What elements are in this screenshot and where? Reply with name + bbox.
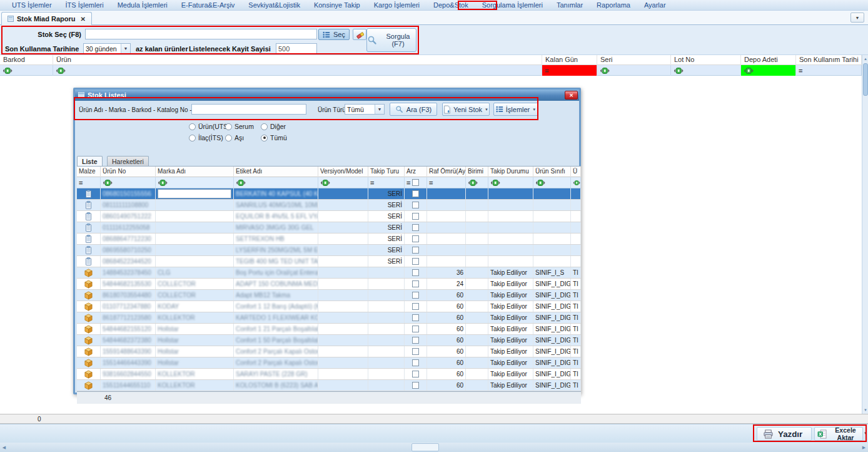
sorgula-button[interactable]: Sorgula (F7) <box>366 28 416 52</box>
inline-editor[interactable] <box>158 189 231 198</box>
kayit-sayisi-input[interactable] <box>276 43 317 54</box>
arz-checkbox[interactable] <box>412 303 419 310</box>
filter-cell-kalan-g-n[interactable]: = <box>542 65 597 76</box>
horizontal-scrollbar[interactable]: ◀ ▶ <box>0 443 868 452</box>
column-header-marka-ad[interactable]: Marka Adı <box>156 167 234 177</box>
menu-item-ayarlar[interactable]: Ayarlar <box>637 1 673 10</box>
column-header-malze[interactable]: Malze <box>77 167 101 177</box>
table-row[interactable]: 15591488643390HollstarConfort 2 Parçalı … <box>77 346 581 357</box>
filter-cell-versiyon-model[interactable] <box>318 177 368 188</box>
arz-checkbox[interactable] <box>412 359 419 366</box>
menu-item-sorgulama-i-lemleri[interactable]: Sorgulama İşlemleri <box>475 1 550 10</box>
horizontal-scrollbar-thumb[interactable] <box>411 443 439 451</box>
son-kullanma-select[interactable]: 30 günden ▼ <box>83 43 131 54</box>
column-header-versiyon-model[interactable]: Versiyon/Model <box>318 167 368 177</box>
islemler-button[interactable]: İşlemler ▼ <box>493 103 538 116</box>
arz-checkbox[interactable] <box>412 371 419 378</box>
filter-cell-depo-adeti[interactable] <box>741 65 796 76</box>
dialog-search-input[interactable] <box>191 104 306 115</box>
menu-item-kargo-i-lemleri[interactable]: Kargo İşlemleri <box>367 1 426 10</box>
scroll-right-icon[interactable]: ▶ <box>860 443 868 452</box>
scroll-down-icon[interactable]: ▼ <box>862 406 868 414</box>
arz-checkbox[interactable] <box>412 269 419 276</box>
menu-item-e-fatura-e-ar-iv[interactable]: E-Fatura&E-Arşiv <box>174 1 242 10</box>
filter-cell-seri[interactable] <box>597 65 671 76</box>
column-header-r-n-s-n-f[interactable]: Ürün Sınıfı <box>533 167 571 177</box>
table-row[interactable]: 08688647712230SETTREXON HBSERİ <box>77 234 581 245</box>
column-header-barkod[interactable]: Barkod <box>0 55 53 65</box>
column-header-seri[interactable]: Seri <box>597 55 671 65</box>
column-header-takip-durumu[interactable]: Takip Durumu <box>488 167 533 177</box>
table-row[interactable]: 86187712123580KOLLEKTORKARTEDO 1 FLEXIWE… <box>77 312 581 324</box>
filter-cell-raf-mr-ay[interactable]: = <box>427 177 466 188</box>
table-row[interactable]: 54844682155120HollstarConfort 1 21 Parça… <box>77 324 581 335</box>
tab-stok-miad-raporu[interactable]: Stok Miad Raporu ✕ <box>1 12 92 25</box>
menu-item-raporlama[interactable]: Raporlama <box>590 1 637 10</box>
yeni-stok-button[interactable]: Yeni Stok ▼ <box>442 103 490 116</box>
table-row[interactable]: 01107712347880KODAYConfort 1 12 Barış (A… <box>77 301 581 312</box>
table-row[interactable]: 15511644655110KOLLEKTORKOLOSTOMI B (6223… <box>77 380 581 391</box>
tab-list-dropdown-button[interactable]: ▼ <box>850 13 864 23</box>
menu-item-konsinye-takip[interactable]: Konsinye Takip <box>307 1 367 10</box>
dialog-title-bar[interactable]: Stok Listesi <box>75 90 579 101</box>
arz-checkbox[interactable] <box>412 337 419 344</box>
table-row[interactable]: 15514466443390HollstarConfort 2 Parçalı … <box>77 357 581 369</box>
column-header-r-n[interactable]: Ürün <box>53 55 542 65</box>
filter-cell-malze[interactable]: = <box>77 177 101 188</box>
arz-checkbox[interactable] <box>412 314 419 321</box>
menu-item-tan-mlar[interactable]: Tanımlar <box>550 1 590 10</box>
menu-item-sevkiyat-lojistik[interactable]: Sevkiyat&Lojistik <box>241 1 307 10</box>
table-row[interactable]: 08695580710250LYSERFIN 250MG/2ML 5M ENJE… <box>77 245 581 256</box>
filter-cell-marka-ad[interactable] <box>156 177 234 188</box>
radio-i-la-i-ts[interactable]: İlaç(İTS) <box>189 134 223 141</box>
column-header-kalan-g-n[interactable]: Kalan Gün <box>542 55 597 65</box>
arz-checkbox[interactable] <box>412 326 419 332</box>
arz-checkbox[interactable] <box>412 280 419 287</box>
radio-t-m[interactable]: Tümü <box>261 134 287 141</box>
excele-aktar-dropdown-icon[interactable]: ▼ <box>864 431 867 435</box>
radio-di-er[interactable]: Diğer <box>261 123 286 130</box>
filter-cell-etiket-ad[interactable] <box>234 177 318 188</box>
sec-button[interactable]: Seç <box>318 29 350 40</box>
column-header-r-n-no[interactable]: Ürün No <box>101 167 156 177</box>
dialog-close-button[interactable]: ✕ <box>565 91 578 100</box>
scroll-left-icon[interactable]: ◀ <box>0 443 8 452</box>
yazdir-button[interactable]: Yazdır <box>757 427 812 441</box>
arz-checkbox[interactable] <box>412 292 419 299</box>
table-row[interactable]: 86180703554480COLLECTORAdapt MB12 Takma6… <box>77 290 581 301</box>
menu-item-medula-i-lemleri[interactable]: Medula İşlemleri <box>111 1 174 10</box>
arz-checkbox[interactable] <box>412 382 419 389</box>
stok-sec-input[interactable] <box>85 29 317 39</box>
column-header-birimi[interactable]: Birimi <box>466 167 488 177</box>
dialog-tab-hareketleri[interactable]: Hareketleri <box>107 156 149 166</box>
arz-filter-checkbox[interactable] <box>412 179 419 186</box>
column-header-raf-mr-ay[interactable]: Raf Ömrü(Ay) <box>427 167 466 177</box>
column-header-lot-no[interactable]: Lot No <box>671 55 741 65</box>
radio-a[interactable]: Aşı <box>225 134 244 141</box>
column-header-etiket-ad[interactable]: Etiket Adı <box>234 167 318 177</box>
arz-checkbox[interactable] <box>412 224 419 231</box>
column-header-arz[interactable]: Arz <box>405 167 427 177</box>
menu-item-i-ts-i-lemleri[interactable]: İTS İşlemleri <box>59 1 111 10</box>
filter-cell-lot-no[interactable] <box>671 65 741 76</box>
table-row[interactable]: 54844682135530COLLECTORADAPT 150 COBUNMA… <box>77 279 581 290</box>
vertical-scrollbar[interactable]: ▲ ▼ <box>862 55 868 414</box>
table-row[interactable]: 08680150155556BERKATIN 40 KAPSUL (40 KAP… <box>77 188 581 200</box>
filter-cell-r-n-no[interactable] <box>101 177 156 188</box>
vertical-scrollbar-thumb[interactable] <box>863 63 868 96</box>
ara-button[interactable]: Ara (F3) <box>390 103 437 116</box>
arz-checkbox[interactable] <box>412 348 419 355</box>
column-header-item[interactable]: Ü <box>571 167 581 177</box>
table-row[interactable]: 08601490751222EQUILOR B 4%/5L 5 EFL VYAL… <box>77 211 581 222</box>
filter-cell-son-kullan-m-tarihi[interactable]: = <box>796 65 862 76</box>
arz-checkbox[interactable] <box>412 190 419 197</box>
filter-cell-barkod[interactable] <box>0 65 53 76</box>
urun-turu-select[interactable]: Tümü ▼ <box>345 104 385 115</box>
arz-checkbox[interactable] <box>412 213 419 220</box>
clear-button[interactable] <box>353 29 366 40</box>
filter-cell-takip-durumu[interactable] <box>488 177 533 188</box>
scroll-up-icon[interactable]: ▲ <box>862 55 868 63</box>
excele-aktar-button[interactable]: Excele Aktar <box>814 427 863 441</box>
column-header-takip-turu[interactable]: Takip Turu <box>368 167 405 177</box>
arz-checkbox[interactable] <box>412 258 419 265</box>
